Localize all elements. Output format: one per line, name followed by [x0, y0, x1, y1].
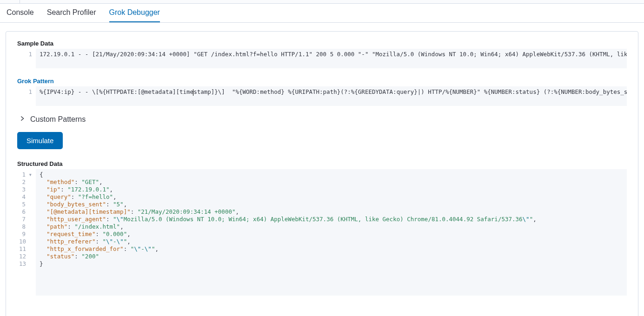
sample-data-editor[interactable]: 1 172.19.0.1 - - [21/May/2020:09:34:14 +…: [17, 49, 627, 68]
sample-data-label: Sample Data: [17, 40, 627, 47]
grok-pattern-code[interactable]: %{IPV4:ip} - - \[%{HTTPDATE:[@metadata][…: [36, 86, 627, 106]
breadcrumb-bar: [0, 0, 644, 4]
tab-grok-debugger[interactable]: Grok Debugger: [109, 8, 160, 22]
main-panel: Sample Data 1 172.19.0.1 - - [21/May/202…: [6, 31, 638, 316]
structured-data-gutter: 1▾2 3 4 5 6 7 8 9 10 11 12 13: [17, 169, 36, 296]
simulate-button[interactable]: Simulate: [17, 132, 63, 149]
sample-data-gutter: 1: [17, 49, 36, 68]
grok-pattern-editor[interactable]: 1 %{IPV4:ip} - - \[%{HTTPDATE:[@metadata…: [17, 86, 627, 106]
tabs: Console Search Profiler Grok Debugger: [0, 4, 644, 23]
sample-data-code[interactable]: 172.19.0.1 - - [21/May/2020:09:34:14 +00…: [36, 49, 627, 68]
grok-pattern-label: Grok Pattern: [17, 78, 627, 85]
tab-console[interactable]: Console: [7, 8, 34, 22]
chevron-right-icon: [19, 115, 26, 124]
structured-data-label: Structured Data: [17, 160, 627, 167]
structured-data-code[interactable]: { "method": "GET", "ip": "172.19.0.1", "…: [36, 169, 627, 296]
custom-patterns-toggle[interactable]: Custom Patterns: [19, 115, 627, 124]
custom-patterns-label: Custom Patterns: [30, 115, 86, 124]
grok-pattern-gutter: 1: [17, 86, 36, 106]
tab-search-profiler[interactable]: Search Profiler: [47, 8, 96, 22]
structured-data-editor[interactable]: 1▾2 3 4 5 6 7 8 9 10 11 12 13 { "method"…: [17, 169, 627, 296]
